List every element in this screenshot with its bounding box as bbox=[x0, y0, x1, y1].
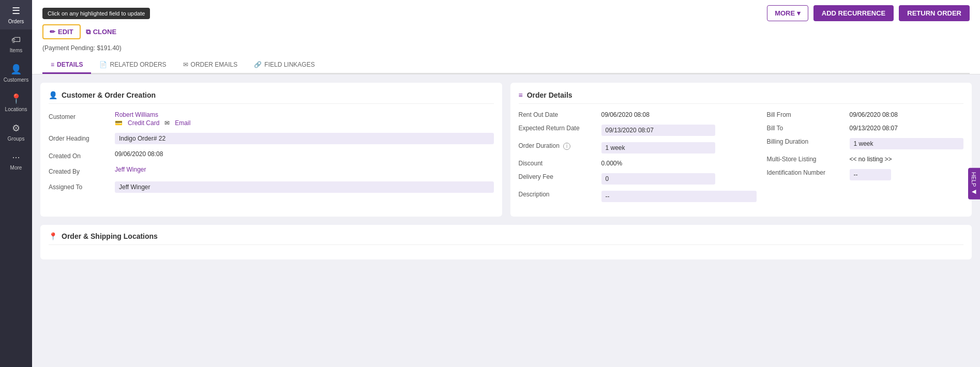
created-on-row: Created On 09/06/2020 08:08 bbox=[49, 150, 494, 160]
bill-to-label: Bill To bbox=[767, 125, 850, 132]
identification-number-label: Identification Number bbox=[767, 169, 850, 176]
rent-out-date-value: 09/06/2020 08:08 bbox=[601, 111, 757, 118]
tab-field-linkages[interactable]: 🔗 FIELD LINKAGES bbox=[246, 57, 323, 74]
sidebar-item-label: Items bbox=[10, 48, 22, 53]
customer-card: 👤 Customer & Order Creation Customer Rob… bbox=[40, 83, 502, 217]
description-input[interactable] bbox=[601, 191, 757, 202]
order-details-title-text: Order Details bbox=[527, 91, 572, 99]
created-by-row: Created By Jeff Winger bbox=[49, 166, 494, 175]
customer-card-icon: 👤 bbox=[49, 91, 57, 99]
cards-row: 👤 Customer & Order Creation Customer Rob… bbox=[40, 83, 972, 217]
order-heading-label: Order Heading bbox=[49, 133, 111, 142]
sidebar-item-customers[interactable]: 👤 Customers bbox=[0, 58, 32, 88]
sidebar-item-locations[interactable]: 📍 Locations bbox=[0, 88, 32, 117]
rent-out-date-label: Rent Out Date bbox=[519, 111, 601, 118]
order-details-card: ≡ Order Details Rent Out Date 09/06/2020… bbox=[510, 83, 972, 217]
created-by-link[interactable]: Jeff Winger bbox=[115, 166, 146, 173]
billing-duration-input[interactable] bbox=[850, 138, 963, 149]
delivery-fee-row: Delivery Fee bbox=[519, 173, 757, 185]
tab-bar: ≡ DETAILS 📄 RELATED ORDERS ✉ ORDER EMAIL… bbox=[42, 57, 970, 74]
created-on-value: 09/06/2020 08:08 bbox=[115, 150, 494, 158]
clone-label: CLONE bbox=[93, 28, 117, 36]
order-duration-label: Order Duration i bbox=[519, 142, 601, 150]
page-header: Order# 22 MORE ▾ ADD RECURRENCE RETURN O… bbox=[32, 0, 980, 74]
order-details-card-title: ≡ Order Details bbox=[519, 91, 964, 104]
customer-value: Robert Williams 💳 Credit Card ✉ Email bbox=[115, 111, 494, 127]
credit-card-icon: 💳 bbox=[115, 119, 123, 127]
main-content: Order# 22 MORE ▾ ADD RECURRENCE RETURN O… bbox=[32, 0, 980, 367]
created-by-value: Jeff Winger bbox=[115, 166, 494, 173]
add-recurrence-button[interactable]: ADD RECURRENCE bbox=[813, 5, 894, 21]
tab-related-orders[interactable]: 📄 RELATED ORDERS bbox=[91, 57, 174, 74]
rent-out-date-row: Rent Out Date 09/06/2020 08:08 bbox=[519, 111, 757, 118]
credit-card-link[interactable]: Credit Card bbox=[128, 119, 159, 127]
order-heading-input[interactable] bbox=[115, 133, 494, 144]
related-orders-label: RELATED ORDERS bbox=[110, 61, 166, 68]
clone-icon: ⧉ bbox=[86, 28, 91, 36]
assigned-to-input[interactable] bbox=[115, 181, 494, 193]
shipping-card: 📍 Order & Shipping Locations bbox=[40, 225, 972, 259]
help-tab-label: HELP ◀ bbox=[971, 172, 977, 195]
order-details-icon: ≡ bbox=[519, 91, 523, 99]
description-row: Description bbox=[519, 191, 757, 202]
return-order-button[interactable]: RETURN ORDER bbox=[899, 5, 970, 21]
details-tab-label: DETAILS bbox=[57, 61, 83, 68]
items-icon: 🏷 bbox=[11, 35, 21, 45]
tooltip: Click on any highlighted field to update bbox=[42, 8, 150, 19]
details-tab-icon: ≡ bbox=[51, 61, 54, 68]
expected-return-date-row: Expected Return Date bbox=[519, 125, 757, 136]
pencil-icon: ✏ bbox=[50, 28, 55, 36]
billing-duration-label: Billing Duration bbox=[767, 138, 850, 145]
multi-store-row: Multi-Store Listing << no listing >> bbox=[767, 156, 964, 163]
more-button[interactable]: MORE ▾ bbox=[767, 5, 808, 21]
more-icon: ··· bbox=[12, 152, 20, 163]
customer-name-link[interactable]: Robert Williams bbox=[115, 111, 158, 118]
sidebar-item-groups[interactable]: ⚙ Groups bbox=[0, 117, 32, 147]
assigned-to-value bbox=[115, 181, 494, 193]
order-duration-input[interactable] bbox=[601, 142, 715, 154]
created-on-label: Created On bbox=[49, 150, 111, 160]
sidebar-item-label: Groups bbox=[8, 136, 25, 142]
locations-icon: 📍 bbox=[10, 93, 22, 104]
order-heading-row: Order Heading bbox=[49, 133, 494, 144]
clone-button[interactable]: ⧉ CLONE bbox=[86, 28, 117, 36]
tab-order-emails[interactable]: ✉ ORDER EMAILS bbox=[175, 57, 246, 74]
email-link[interactable]: Email bbox=[175, 119, 190, 127]
sidebar-item-orders[interactable]: ☰ Orders bbox=[0, 0, 32, 29]
delivery-fee-label: Delivery Fee bbox=[519, 173, 601, 180]
sidebar-item-items[interactable]: 🏷 Items bbox=[0, 29, 32, 58]
header-actions: MORE ▾ ADD RECURRENCE RETURN ORDER bbox=[767, 5, 970, 21]
identification-number-input[interactable] bbox=[850, 169, 891, 180]
bill-from-label: Bill From bbox=[767, 111, 850, 118]
help-tab[interactable]: HELP ◀ bbox=[968, 168, 980, 200]
edit-button[interactable]: ✏ EDIT bbox=[42, 24, 81, 39]
info-icon[interactable]: i bbox=[563, 143, 570, 150]
multi-store-value: << no listing >> bbox=[850, 156, 964, 163]
edit-label: EDIT bbox=[58, 28, 73, 36]
billing-duration-value bbox=[850, 138, 964, 149]
delivery-fee-input[interactable] bbox=[601, 173, 715, 185]
bill-to-value: 09/13/2020 08:07 bbox=[850, 125, 964, 132]
multi-store-label: Multi-Store Listing bbox=[767, 156, 850, 163]
order-details-right: Bill From 09/06/2020 08:08 Bill To 09/13… bbox=[767, 111, 964, 208]
shipping-card-title: 📍 Order & Shipping Locations bbox=[49, 232, 963, 245]
assigned-to-row: Assigned To bbox=[49, 181, 494, 193]
expected-return-date-label: Expected Return Date bbox=[519, 125, 601, 132]
customer-label: Customer bbox=[49, 111, 111, 120]
sidebar-item-label: More bbox=[10, 165, 22, 171]
sidebar-item-more[interactable]: ··· More bbox=[0, 147, 32, 176]
content-area: 👤 Customer & Order Creation Customer Rob… bbox=[32, 74, 980, 367]
sidebar-item-label: Customers bbox=[4, 77, 28, 83]
related-orders-icon: 📄 bbox=[99, 61, 107, 68]
assigned-to-label: Assigned To bbox=[49, 181, 111, 191]
order-emails-icon: ✉ bbox=[183, 61, 188, 68]
orders-icon: ☰ bbox=[12, 5, 20, 17]
expected-return-date-input[interactable] bbox=[601, 125, 715, 136]
shipping-icon: 📍 bbox=[49, 232, 57, 240]
customer-card-title-text: Customer & Order Creation bbox=[62, 91, 156, 99]
order-emails-label: ORDER EMAILS bbox=[191, 61, 238, 68]
shipping-card-title-text: Order & Shipping Locations bbox=[62, 232, 158, 240]
sidebar-item-label: Orders bbox=[8, 19, 24, 24]
tab-details[interactable]: ≡ DETAILS bbox=[42, 57, 91, 74]
field-linkages-icon: 🔗 bbox=[254, 61, 262, 68]
